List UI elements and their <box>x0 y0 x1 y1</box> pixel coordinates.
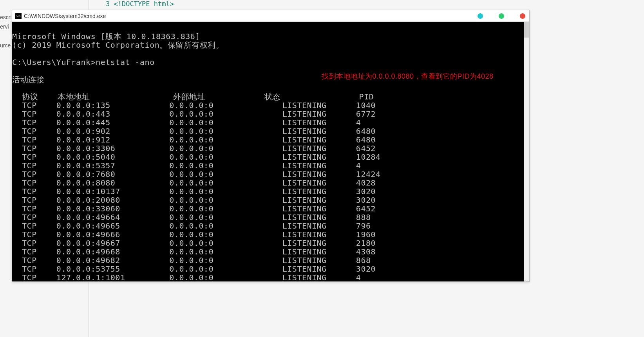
close-button[interactable] <box>520 13 525 19</box>
scrollbar-thumb[interactable] <box>524 22 529 38</box>
window-controls <box>478 13 525 19</box>
minimize-button[interactable] <box>478 13 483 19</box>
annotation-text: 找到本地地址为0.0.0.0.8080，查看到它的PID为4028 <box>322 72 494 81</box>
prompt: C:\Users\YuFrank> <box>12 58 96 67</box>
section-title: 活动连接 <box>12 75 44 84</box>
background-fragment: urce <box>0 42 11 49</box>
background-code-line: 3 <!DOCTYPE html> <box>106 0 174 8</box>
scrollbar-track[interactable] <box>524 22 529 281</box>
banner-line: Microsoft Windows [版本 10.0.18363.836] <box>12 32 200 41</box>
command: netstat -ano <box>96 58 155 67</box>
maximize-button[interactable] <box>499 13 504 19</box>
table-header: 协议 本地地址 外部地址 状态 PID <box>12 92 374 101</box>
terminal-content: Microsoft Windows [版本 10.0.18363.836] (c… <box>12 22 529 281</box>
terminal-body[interactable]: Microsoft Windows [版本 10.0.18363.836] (c… <box>12 22 529 281</box>
cmd-icon: C:\ <box>15 13 22 19</box>
title-bar[interactable]: C:\ C:\WINDOWS\system32\cmd.exe <box>12 10 529 22</box>
window-title: C:\WINDOWS\system32\cmd.exe <box>24 13 106 19</box>
background-fragment: escri <box>0 14 12 20</box>
cmd-window: C:\ C:\WINDOWS\system32\cmd.exe Microsof… <box>12 10 530 282</box>
table-rows: TCP 0.0.0.0:135 0.0.0.0:0 LISTENING 1040… <box>12 101 529 281</box>
background-fragment: ervi <box>0 23 9 30</box>
banner-line: (c) 2019 Microsoft Corporation。保留所有权利。 <box>12 40 224 50</box>
